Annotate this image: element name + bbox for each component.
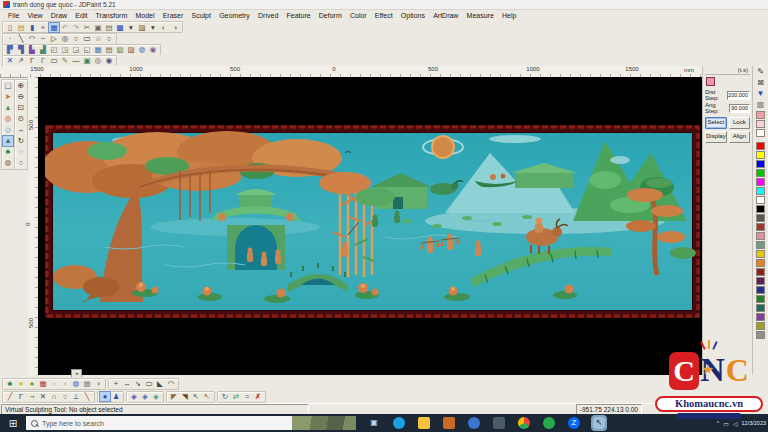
delete-model-icon[interactable]: ✕ [5,56,15,65]
surface-fill-icon[interactable]: ▧ [115,45,125,54]
surface-blend-icon[interactable]: ◱ [82,45,92,54]
jdpaint-taskbar-icon[interactable]: ↖ [593,417,605,429]
swatch-pink[interactable] [756,111,765,119]
relief2-icon[interactable]: ◉ [104,56,114,65]
menu-drived[interactable]: Drived [254,12,282,19]
rect-tool-icon[interactable]: ▭ [82,34,92,43]
swatch-blue[interactable] [756,160,765,168]
lock-button[interactable]: Lock [729,117,750,129]
store-icon[interactable] [443,417,455,429]
file-explorer-icon[interactable] [418,417,430,429]
light-on-icon[interactable]: ◐ [159,23,169,32]
smooth-brush-icon[interactable]: ✎ [60,56,70,65]
pencil-icon[interactable]: ✎ [755,67,766,77]
surface-trim-icon[interactable]: ◳ [60,45,70,54]
surface-loft-icon[interactable]: ▜ [16,45,26,54]
display-button[interactable]: Display [705,131,727,143]
swatch-forest[interactable] [756,295,765,303]
swatch-rose[interactable] [756,232,765,240]
swatch-teal[interactable] [756,304,765,312]
arc2-icon[interactable]: ∩ [49,392,59,401]
menu-geometry[interactable]: Geometry [215,12,254,19]
start-button[interactable]: ⊞ [0,414,26,432]
grid-view-icon[interactable]: ▦ [49,23,59,32]
surface-mesh-icon[interactable]: ▛ [5,45,15,54]
ring-icon[interactable]: ○ [60,392,70,401]
menu-artdraw[interactable]: ArtDraw [429,12,462,19]
menu-transform[interactable]: Transform [91,12,131,19]
surface-extend-icon[interactable]: ◲ [71,45,81,54]
bulb-icon[interactable]: ● [16,379,26,388]
flat-brush2-icon[interactable]: ◥ [180,392,190,401]
select-button[interactable]: Select [705,117,727,129]
slope-icon[interactable]: ◣ [155,379,165,388]
pose-icon[interactable]: ♟ [111,392,121,401]
globe-icon[interactable]: ◍ [71,379,81,388]
light-off-icon[interactable]: ◑ [170,23,180,32]
menu-edit[interactable]: Edit [71,12,91,19]
pick-arrow-icon[interactable]: ↗ [16,56,26,65]
lamp-icon[interactable]: ◑ [93,379,103,388]
menu-draw[interactable]: Draw [47,12,72,19]
add-point-icon[interactable]: + [111,379,121,388]
zoom-in-icon[interactable]: ⊕ [16,81,26,91]
align-button[interactable]: Align [729,131,750,143]
volume-icon[interactable]: ◁ [733,420,738,427]
wave-icon[interactable]: ≈ [242,392,252,401]
relief-icon[interactable]: ◎ [93,56,103,65]
point-tool-icon[interactable]: · [5,34,15,43]
new-file-icon[interactable]: ▯ [5,23,15,32]
full-view-icon[interactable]: ○ [16,158,26,168]
pick1-icon[interactable]: ↖ [191,392,201,401]
checker-icon[interactable]: ▩ [755,100,766,110]
swatch-magenta[interactable] [756,178,765,186]
prev-view-icon[interactable]: ◌ [16,147,26,157]
paste-icon[interactable]: ▤ [104,23,114,32]
polygon-tool-icon[interactable]: ▷ [49,34,59,43]
pan-icon[interactable]: ↔ [16,125,26,135]
bound-rect-icon[interactable]: ▭ [49,56,59,65]
copy-icon[interactable]: ▣ [93,23,103,32]
surface-sphere-icon[interactable]: ◍ [137,45,147,54]
dist-step-field[interactable]: 200.000 [727,91,750,100]
table-icon[interactable]: ▦ [82,379,92,388]
knife2-icon[interactable]: ╲ [82,392,92,401]
flat-brush1-icon[interactable]: ◤ [169,392,179,401]
image-icon[interactable]: ▣ [82,56,92,65]
leaf-icon[interactable]: ♠ [27,379,37,388]
swatch-olive[interactable] [756,322,765,330]
people-icon[interactable] [468,417,480,429]
small-dot2-icon[interactable]: ◦ [60,379,70,388]
surface-texture-icon[interactable]: ▨ [126,45,136,54]
sphere-brush1-icon[interactable]: ◈ [129,392,139,401]
surface-offset-icon[interactable]: ▦ [93,45,103,54]
move-node-icon[interactable]: ↻ [220,392,230,401]
erase-icon[interactable]: ⊠ [755,78,766,88]
swatch-yellow[interactable] [756,151,765,159]
fit-curve-icon[interactable]: Γ [27,56,37,65]
surface-net-icon[interactable]: ▤ [104,45,114,54]
surface-patch-icon[interactable]: ◰ [49,45,59,54]
fill-color-dropdown[interactable]: ▾ [126,23,136,32]
surface-revolve-icon[interactable]: ▟ [38,45,48,54]
redo-icon[interactable]: ↷ [71,23,81,32]
swatch-graygreen[interactable] [756,241,765,249]
crosshair-icon[interactable]: + [38,23,48,32]
swatch-navy[interactable] [756,286,765,294]
swatch-gold[interactable] [756,250,765,258]
swatch-darkred[interactable] [756,268,765,276]
erase-node-icon[interactable]: ✕ [38,392,48,401]
flat-line-icon[interactable]: — [71,56,81,65]
crop-icon[interactable]: ▭ [144,379,154,388]
menu-model[interactable]: Model [131,12,158,19]
terrain-active-icon[interactable]: ▲ [3,136,13,146]
select-frame-icon[interactable]: ▢ [3,81,13,91]
terrain-icon[interactable]: ▲ [3,103,13,113]
menu-options[interactable]: Options [397,12,429,19]
taskbar-clock[interactable]: 12/3/2023 [742,420,766,426]
chrome-icon[interactable] [518,417,530,429]
menu-feature[interactable]: Feature [282,12,314,19]
material-dropdown[interactable]: ▾ [148,23,158,32]
swatch-lightpink[interactable] [756,120,765,128]
fill-color-icon[interactable]: ▩ [115,23,125,32]
